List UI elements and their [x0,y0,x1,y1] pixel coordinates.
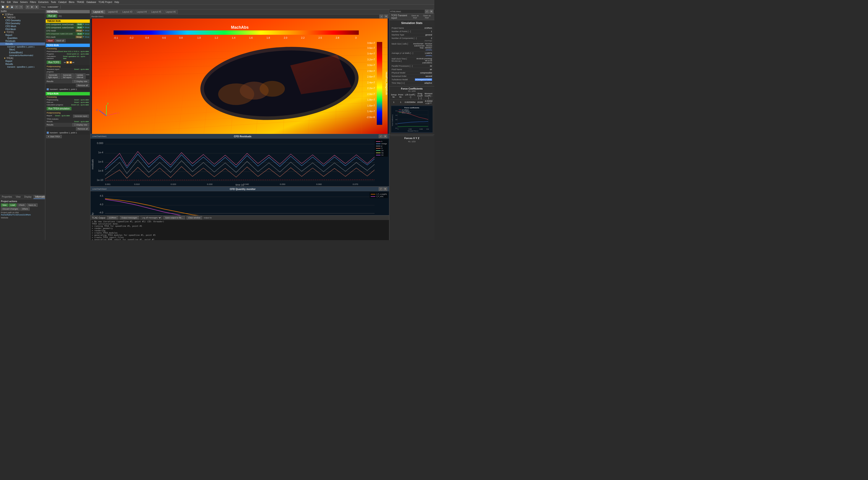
tab-properties[interactable]: Properties [0,195,14,199]
tree-item-extractblock1[interactable]: ExtractBlock1 [0,51,45,54]
layout-tab-4[interactable]: Layout #4 [135,10,149,14]
tree-item-fea-mesh[interactable]: FEA Mesh [0,28,45,31]
maximize-html-btn[interactable]: ⤢ [425,10,429,13]
tree-item-223rem[interactable]: ▼ 223Rem [0,13,45,16]
toolbar-stop-btn[interactable]: ■ [35,5,39,9]
build-inner-btn[interactable]: Build [77,23,83,26]
menu-catalyst[interactable]: Catalyst [58,1,66,3]
tfea-result-checkbox[interactable] [46,132,49,134]
maximize-view-btn[interactable]: ⤢ [379,15,383,18]
tab-display[interactable]: Display [22,195,33,199]
tree-item-tcfd-report[interactable]: Report [0,34,45,37]
toolbar-save-btn[interactable]: 💾 [10,5,14,9]
generate-light-report-btn[interactable]: Generate light report [46,73,60,79]
update-interval-btn[interactable]: Update interval [74,73,85,79]
generate-report-btn[interactable]: Generate report [73,115,89,118]
start-tfea-label-btn[interactable]: ✕ Start TFEA [46,135,62,138]
tree-item-generatesurface[interactable]: GenerateSurfaceNormals2 [0,54,45,57]
toolbar-reset-btn[interactable]: ⟳ [26,5,30,9]
load-btn[interactable]: Load [9,203,17,206]
menu-tcae-project[interactable]: TCAE Project [98,1,112,3]
menu-extractors[interactable]: Extractors [38,1,49,3]
toolbar-new-btn[interactable]: 📄 [1,5,5,9]
menu-trase[interactable]: TRASE [77,1,84,3]
save-as-btn[interactable]: Save As [27,203,37,206]
build-outer-btn[interactable]: Build [77,26,83,29]
run-tfea-btn[interactable]: Run TFEA simulation [46,107,71,110]
new-btn[interactable]: New [1,203,8,206]
run-all-btn[interactable]: Run all [46,14,57,18]
run-tcfd-btn[interactable]: Run TCFD [46,61,61,64]
menu-blens[interactable]: Blens [69,1,74,3]
mesh-all-btn[interactable]: Mesh all [55,39,66,42]
tcae-tab-223rem[interactable]: 223Rem [107,216,118,219]
quantity-split-btn[interactable]: ⧉ [383,187,387,191]
toolbar-open-btn[interactable]: 📂 [5,5,9,9]
tree-item-tfea-report[interactable]: Report [0,60,45,63]
layout-tab-2[interactable]: Layout #2 [106,10,120,14]
tree-item-tfea-results[interactable]: Results [0,63,45,66]
tree-item-tfea1[interactable]: ▼ TFEA1 [0,57,45,60]
layout-tab-5[interactable]: Layout #5 [149,10,163,14]
build-solid-btn[interactable]: Build [77,33,83,35]
tcfd-header[interactable]: TCFD RUN [46,44,90,47]
general-header[interactable]: GENERAL [46,10,90,13]
discard-changes-btn[interactable]: Discard Changes [1,207,20,211]
menu-database[interactable]: Database [86,1,96,3]
merge-cfd-btn[interactable]: Merge [75,29,83,32]
clear-window-btn[interactable]: Clear window [187,216,202,219]
layout-tab-1[interactable]: Layout #1 [91,10,105,14]
tfea-remove-all-btn[interactable]: Remove all [76,127,89,130]
residuals-split-btn[interactable]: ⧉ [383,134,387,138]
tree-item-cfd-mesh[interactable]: CFD Mesh [0,25,45,28]
layout-tab-3[interactable]: Layout #3 [120,10,134,14]
quantity-maximize-btn[interactable]: ⤢ [379,187,383,191]
tab-information[interactable]: Information [33,195,45,199]
tree-item-tmesh1[interactable]: ▼ TMESH1 [0,16,45,19]
abort-btn[interactable]: Abort [46,39,54,42]
others-btn[interactable]: Others [20,207,30,211]
show-cfd-btn[interactable]: 👁 Show [83,30,89,32]
open-pdf-btn[interactable]: Open as PDF [422,14,433,19]
tree-item-tcfd-residuals[interactable]: Residuals [0,39,45,42]
menu-edit[interactable]: Edit [7,1,11,3]
menu-file[interactable]: File [1,1,4,3]
viewport[interactable]: x y z [91,19,389,134]
tfea-display-new-btn[interactable]: ☐ Display new [72,123,89,126]
toolbar-undo-btn[interactable]: ↩ [14,5,19,9]
save-pdf-btn[interactable]: Save as PDF [410,14,421,19]
toolbar-play-btn[interactable]: ▶ [30,5,34,9]
layout-tab-6[interactable]: Layout #6 [164,10,178,14]
show-fea-btn[interactable]: 👁 Show [83,36,89,38]
tree-item-tcfd1[interactable]: ▼ TCFD1 [0,31,45,34]
save-output-btn[interactable]: Save output to file... [163,216,185,219]
toolbar-redo-btn[interactable]: ↪ [19,5,23,9]
tree-item-fea-geometry[interactable]: FEA Geometry [0,22,45,25]
tcfd-result-checkbox[interactable] [46,88,49,90]
remove-all-btn[interactable]: Remove all [76,84,89,87]
tcae-tab-output-messages[interactable]: Output messages [120,216,139,219]
merge-fea-btn[interactable]: Merge [75,36,83,38]
menu-tools[interactable]: Tools [51,1,56,3]
show-outer-btn[interactable]: 👁 Show [83,27,89,29]
menu-view[interactable]: View [13,1,18,3]
tree-item-tfea-transient[interactable]: transient - speedline 1, point 1 [0,66,45,68]
tree-item-tcfd-results[interactable]: Results [0,42,45,45]
log-level-select[interactable]: Log all messages [141,216,162,220]
tree-item-tcfd-quantities[interactable]: Quantities [0,37,45,39]
menu-help[interactable]: Help [115,1,119,3]
generate-full-report-btn[interactable]: Generate full report [61,73,74,79]
tfea-header[interactable]: TFEA RUN [46,92,90,95]
check-btn[interactable]: Check [17,203,26,206]
tree-item-transient-1[interactable]: transient - speedline 1, point 1 [0,45,45,48]
show-solid-btn[interactable]: 👁 Show [83,33,89,35]
menu-filters[interactable]: Filters [30,1,36,3]
display-new-btn[interactable]: ☐ Display new [72,80,89,83]
tree-item-slice1[interactable]: Slice1 [0,48,45,51]
show-inner-btn[interactable]: 👁 Show [83,23,89,25]
split-html-btn[interactable]: ⧉ [429,10,433,13]
menu-solvers[interactable]: Solvers [20,1,28,3]
tmesh-header[interactable]: TMESH RUN [46,20,90,23]
tree-item-cfd-geometry[interactable]: CFD Geometry [0,19,45,22]
split-view-btn[interactable]: ⧉ [384,15,388,18]
